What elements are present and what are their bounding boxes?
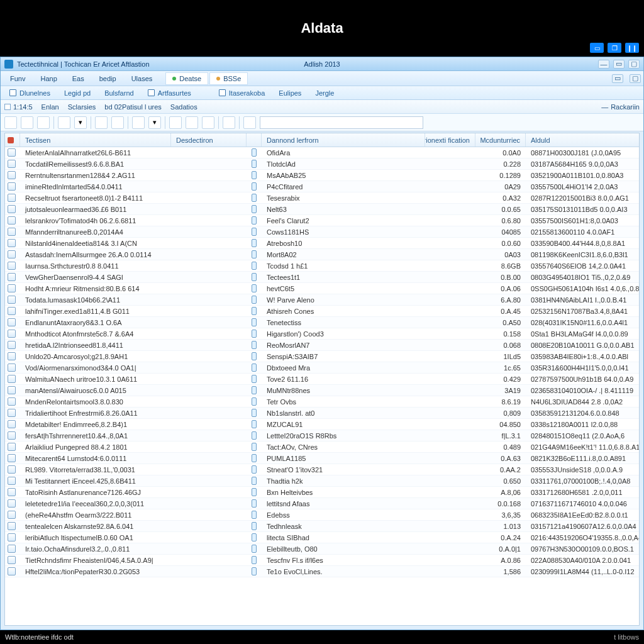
table-row[interactable]: Mi Testitannert iEnceel.425,8.6B411Thadt…	[5, 475, 639, 487]
table-row[interactable]: imineRtedInlmtarted5&4.0.0411P4cCfitared…	[5, 181, 639, 192]
tool-globe-icon[interactable]	[21, 116, 33, 129]
tool-record-icon[interactable]	[4, 116, 17, 129]
table-row[interactable]: Tridaliertihoot Enfrestrmi6.8.26.0A11Nb1…	[5, 408, 639, 419]
cell-type-icon	[252, 250, 257, 258]
table-row[interactable]: Unldo20-Amcarosyol;g21,8.9AH1SenspiA:S3A…	[5, 351, 639, 362]
table-row[interactable]: hretidaA.l2Intrionseed81.8,4411ReoMosrlA…	[5, 340, 639, 351]
menu-hanp[interactable]: Hanp	[33, 72, 64, 85]
menu-primary-bsse[interactable]: BSSe	[209, 72, 248, 85]
table-row[interactable]: Astasdah:InernAllsurmgee 26.A.0 0.0114Mo…	[5, 249, 639, 260]
tool-tbl2-icon[interactable]	[243, 116, 256, 129]
tab-eulipes[interactable]: Eulipes	[272, 87, 308, 99]
cell-alduld: 0SS0GH5061A104h I6s1 4.0,6.,0.8.5	[526, 285, 639, 292]
sub-enlan[interactable]: Enlan	[42, 103, 59, 111]
tab-dlunelnes[interactable]: Dlunelnes	[3, 87, 57, 99]
table-row[interactable]: VewGherDaensenrol9-4.4 SAGITectees1t10.B…	[5, 272, 639, 283]
close-button[interactable]: ▢	[628, 60, 640, 69]
table-row[interactable]: Recseltruot fserartoneet8.0)1-2 B4111Tes…	[5, 192, 639, 204]
table-row[interactable]: Iaurnsa.Srthcturestr0.8 8.0411Tcodsd 1 h…	[5, 260, 639, 272]
table-row[interactable]: (eheRe4Ahstfm Oearm3/222.B011Edebss3,6,3…	[5, 509, 639, 521]
table-row[interactable]: WalmituANaech uritroe10.3.1 0A611Tove2 6…	[5, 374, 639, 385]
cell-alduld: 035R31&600H4H1I1'5.0,0,0.I41	[526, 364, 639, 372]
table-row[interactable]: Vod/Aiormenarsximonod3&4.0 OA1|Dbxtoeed …	[5, 362, 639, 374]
col-alduld[interactable]: Alduld	[526, 133, 644, 147]
tab-itaserakoba[interactable]: Itaserakoba	[213, 87, 271, 99]
table-row[interactable]: Hodht A:mrieur Ritmensid:80.B.6 614hevtC…	[5, 283, 639, 294]
table-row[interactable]: Rerntnultensrtanmen128&4 2.AG11MsAAbAB25…	[5, 170, 639, 181]
cell-alduld: 08871H00300J181 (J.0,0A95	[526, 149, 639, 157]
table-row[interactable]: MndenRelontairtsmool3.8.0.830Tetr Ovbs8.…	[5, 396, 639, 408]
tool-chart3-icon[interactable]	[202, 116, 214, 129]
table-row[interactable]: Mnthodticot Atonfmrste5c8.7 &.6A4Higarst…	[5, 328, 639, 340]
table-row[interactable]: EndlanuntAtaxraory8&3.1 O.6ATenetectiss0…	[5, 317, 639, 328]
table-row[interactable]: TocdatilRemeilissest9.6.6.8.BA1TlotdclAd…	[5, 158, 639, 170]
col-vrionexti[interactable]: Vrionexti fication	[425, 133, 475, 147]
tool-grid2-icon[interactable]: ▾	[148, 116, 161, 129]
cell-type-icon	[252, 318, 257, 326]
menu-ulases[interactable]: Ulases	[125, 72, 160, 85]
table-row[interactable]: Nilstanld4inenaldeetia814& 3.I A(CNAtreb…	[5, 238, 639, 249]
cell-name: imineRtedInlmtarted5&4.0.0411	[20, 183, 171, 191]
cell-mcdun: 0.489	[475, 443, 526, 451]
table-row[interactable]: TietRchndsfimr FheaistenI/046,4.5A.0.A9|…	[5, 555, 639, 566]
table-row[interactable]: jutotsaleuonlearmaed36.£6 B011Nelt630.0.…	[5, 204, 639, 215]
tool-calendar-icon[interactable]	[223, 116, 235, 129]
sub-right[interactable]: — Rackariin	[601, 103, 640, 111]
col-desdectiron[interactable]: Desdectiron	[171, 133, 247, 147]
table-body[interactable]: MieterAnlalAlhnarratket26L6-B611OfidAra0…	[5, 147, 639, 625]
table-row[interactable]: Ir.taio.OchaAfinsdurel3.2,.0.,0.811Elebi…	[5, 543, 639, 555]
col-mcdun[interactable]: Mcdunturriec	[475, 133, 526, 147]
cell-name: TatoRisinh Astlanurenance7126.46GJ	[20, 489, 171, 496]
menu-eas[interactable]: Eas	[65, 72, 91, 85]
menu-primary-deatse[interactable]: Deatse	[165, 72, 208, 85]
table-row[interactable]: TatoRisinh Astlanurenance7126.46GJBxn He…	[5, 487, 639, 498]
table-row[interactable]: Mitecarent64 Lurnstod4:6.0.0111PUMLA1185…	[5, 453, 639, 464]
table-row[interactable]: leletetedre1l/ia I'eeceal360,2.0,0,3(011…	[5, 498, 639, 509]
tab-bulsfarnd[interactable]: Bulsfarnd	[98, 87, 140, 99]
minimize-button[interactable]: —	[598, 60, 609, 69]
tab-artfasurtes[interactable]: Artfasurtes	[142, 87, 197, 99]
tray-icon[interactable]: ▭	[612, 74, 623, 83]
table-row[interactable]: manAtensl/Aiwairuosc6.0.0 A015MuMNtr88ne…	[5, 385, 639, 396]
table-row[interactable]: Arlaikliud Pungepred 88.4.2 1801Tact:AOv…	[5, 441, 639, 453]
table-row[interactable]: RL989. Vitorreta/errad38.1L,'0,0031Stnea…	[5, 464, 639, 475]
tool-searchbox[interactable]	[260, 116, 423, 129]
col-icon[interactable]	[5, 133, 20, 147]
table-row[interactable]: lahifniTinger.exed1a811,4.B G011Athisreh…	[5, 306, 639, 317]
tab-jergle[interactable]: Jergle	[309, 87, 340, 99]
tool-grid1-icon[interactable]	[132, 116, 145, 129]
table-row[interactable]: leribiAtluch ltispectumelB.0.60 OA1litec…	[5, 532, 639, 543]
cell-name: MieterAnlalAlhnarratket26L6-B611	[20, 149, 171, 157]
col-tectisen[interactable]: Tectisen	[20, 133, 171, 147]
table-row[interactable]: MieterAnlalAlhnarratket26L6-B611OfidAra0…	[5, 147, 639, 158]
table-row[interactable]: MfannderriltnanureeB.0,2014A4Cows1181HS0…	[5, 226, 639, 238]
tool-dropdown[interactable]: ▾	[74, 116, 87, 129]
tool-chart-icon[interactable]	[169, 116, 182, 129]
cell-dannond: Tetr Ovbs	[262, 398, 425, 406]
tool-table-icon[interactable]	[37, 116, 50, 129]
maximize-button[interactable]: ▭	[613, 60, 625, 69]
os-max-button[interactable]: ❐	[608, 43, 621, 53]
col-type[interactable]	[247, 133, 262, 147]
table-row[interactable]: lelsrankrov'Tofimatod4h 06.2.6.6811Feel'…	[5, 215, 639, 226]
os-snap-button[interactable]: ▭	[590, 43, 604, 53]
cell-name: Iaurnsa.Srthcturestr0.8 8.0411	[20, 262, 171, 270]
table-row[interactable]: tentealelcen Alskarnste92.8A.6.041Tedhnl…	[5, 521, 639, 532]
tool-chart2-icon[interactable]	[186, 116, 198, 129]
col-dannond[interactable]: Dannond lerfrorn	[262, 133, 425, 147]
menu-bedip[interactable]: bedip	[92, 72, 123, 85]
menu-funv[interactable]: Funv	[3, 72, 32, 85]
tool-sun-icon[interactable]	[58, 116, 70, 129]
table-row[interactable]: fersAt|hTshrrenneret10.&4.,8,0A1LettteI2…	[5, 430, 639, 441]
tool-col1-icon[interactable]	[95, 116, 108, 129]
sub-sadatios[interactable]: Sadatios	[170, 103, 197, 111]
sub-sclarsies[interactable]: Sclarsies	[68, 103, 96, 111]
box-icon[interactable]: ▢	[630, 74, 641, 83]
table-row[interactable]: Hftel2liMca:/tionPepaterR30.0.2G053Te1o …	[5, 566, 639, 577]
table-row[interactable]: Todata.lumasask104b66.2\A11W! Parve Alen…	[5, 294, 639, 306]
sub-bd02[interactable]: bd 02Patisul l ures	[104, 103, 162, 111]
os-side-button[interactable]: ❙❙	[625, 43, 639, 53]
table-row[interactable]: Mdetabilter! Endimrree6,8.2.B4)1MZUCAL91…	[5, 419, 639, 430]
tab-legidpd[interactable]: Legid pd	[58, 87, 97, 99]
tool-col2-icon[interactable]	[111, 116, 124, 129]
